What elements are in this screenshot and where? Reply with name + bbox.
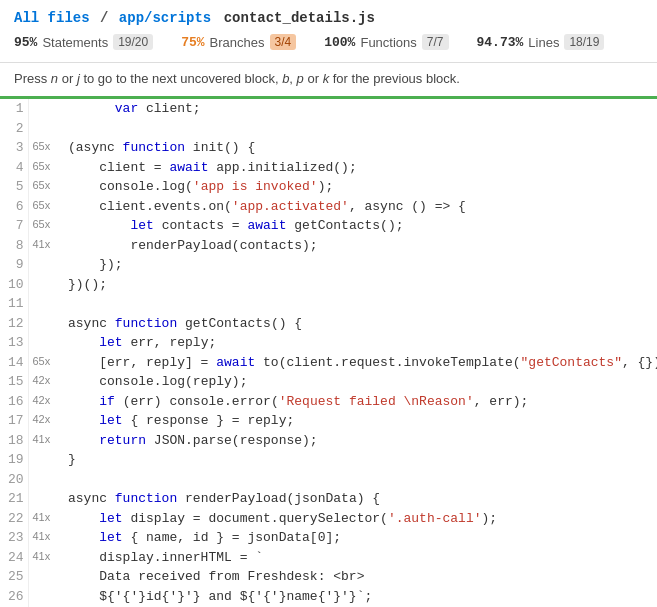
stat-label-functions: Functions <box>360 35 416 50</box>
line-num: 22 <box>0 509 28 529</box>
sep1: / <box>100 10 117 26</box>
line-num: 14 <box>0 353 28 373</box>
code-cell <box>64 470 657 490</box>
line-num: 20 <box>0 470 28 490</box>
table-row: 23 41x let { name, id } = jsonData[0]; <box>0 528 657 548</box>
line-num: 25 <box>0 567 28 587</box>
code-cell: let { response } = reply; <box>64 411 657 431</box>
table-row: 14 65x [err, reply] = await to(client.re… <box>0 353 657 373</box>
table-row: 11 <box>0 294 657 314</box>
table-row: 2 <box>0 119 657 139</box>
table-row: 1 var client; <box>0 99 657 119</box>
stat-label-branches: Branches <box>210 35 265 50</box>
hit-count <box>28 567 64 587</box>
table-row: 17 42x let { response } = reply; <box>0 411 657 431</box>
code-cell <box>64 294 657 314</box>
code-cell: } <box>64 450 657 470</box>
code-cell: async function renderPayload(jsonData) { <box>64 489 657 509</box>
line-num: 11 <box>0 294 28 314</box>
table-row: 9 }); <box>0 255 657 275</box>
stat-branches: 75% Branches 3/4 <box>181 34 296 50</box>
hit-count: 65x <box>28 216 64 236</box>
table-row: 6 65x client.events.on('app.activated', … <box>0 197 657 217</box>
hit-count <box>28 470 64 490</box>
code-cell: }); <box>64 255 657 275</box>
line-num: 23 <box>0 528 28 548</box>
line-num: 4 <box>0 158 28 178</box>
stats-row: 95% Statements 19/20 75% Branches 3/4 10… <box>14 34 643 50</box>
filename: contact_details.js <box>224 10 375 26</box>
table-row: 15 42x console.log(reply); <box>0 372 657 392</box>
hit-count <box>28 255 64 275</box>
hint-text: Press n or j to go to the next uncovered… <box>0 63 657 99</box>
hit-count <box>28 294 64 314</box>
code-cell: let display = document.querySelector('.a… <box>64 509 657 529</box>
code-cell: client.events.on('app.activated', async … <box>64 197 657 217</box>
table-row: 20 <box>0 470 657 490</box>
breadcrumb: All files / app/scripts contact_details.… <box>14 10 643 26</box>
stat-pct-functions: 100% <box>324 35 355 50</box>
line-num: 13 <box>0 333 28 353</box>
path-link[interactable]: app/scripts <box>119 10 211 26</box>
code-cell: let { name, id } = jsonData[0]; <box>64 528 657 548</box>
code-cell: display.innerHTML = ` <box>64 548 657 568</box>
code-cell: if (err) console.error('Request failed \… <box>64 392 657 412</box>
header: All files / app/scripts contact_details.… <box>0 0 657 99</box>
table-row: 3 65x (async function init() { <box>0 138 657 158</box>
line-num: 9 <box>0 255 28 275</box>
stat-label-statements: Statements <box>42 35 108 50</box>
code-cell: let contacts = await getContacts(); <box>64 216 657 236</box>
hit-count <box>28 489 64 509</box>
table-row: 19 } <box>0 450 657 470</box>
code-cell: var client; <box>64 99 657 119</box>
line-num: 6 <box>0 197 28 217</box>
stat-pct-branches: 75% <box>181 35 204 50</box>
code-cell: (async function init() { <box>64 138 657 158</box>
line-num: 5 <box>0 177 28 197</box>
line-num: 2 <box>0 119 28 139</box>
code-area: 1 var client; 2 3 65x (async function in… <box>0 99 657 607</box>
code-cell: renderPayload(contacts); <box>64 236 657 256</box>
hit-count: 41x <box>28 236 64 256</box>
stat-badge-branches: 3/4 <box>270 34 297 50</box>
stat-pct-lines: 94.73% <box>477 35 524 50</box>
code-cell: })(); <box>64 275 657 295</box>
hit-count: 41x <box>28 528 64 548</box>
hit-count: 41x <box>28 509 64 529</box>
table-row: 7 65x let contacts = await getContacts()… <box>0 216 657 236</box>
line-num: 17 <box>0 411 28 431</box>
table-row: 13 let err, reply; <box>0 333 657 353</box>
table-row: 8 41x renderPayload(contacts); <box>0 236 657 256</box>
code-cell: let err, reply; <box>64 333 657 353</box>
line-num: 26 <box>0 587 28 607</box>
all-files-link[interactable]: All files <box>14 10 90 26</box>
table-row: 21 async function renderPayload(jsonData… <box>0 489 657 509</box>
line-num: 8 <box>0 236 28 256</box>
line-num: 24 <box>0 548 28 568</box>
code-table: 1 var client; 2 3 65x (async function in… <box>0 99 657 607</box>
hit-count: 42x <box>28 411 64 431</box>
hit-count: 41x <box>28 431 64 451</box>
table-row: 16 42x if (err) console.error('Request f… <box>0 392 657 412</box>
stat-badge-statements: 19/20 <box>113 34 153 50</box>
code-cell: [err, reply] = await to(client.request.i… <box>64 353 657 373</box>
stat-badge-functions: 7/7 <box>422 34 449 50</box>
hit-count <box>28 275 64 295</box>
line-num: 16 <box>0 392 28 412</box>
hit-count: 42x <box>28 392 64 412</box>
hit-count: 41x <box>28 548 64 568</box>
line-num: 1 <box>0 99 28 119</box>
table-row: 5 65x console.log('app is invoked'); <box>0 177 657 197</box>
line-num: 18 <box>0 431 28 451</box>
code-cell: Data received from Freshdesk: <br> <box>64 567 657 587</box>
code-cell: async function getContacts() { <box>64 314 657 334</box>
table-row: 24 41x display.innerHTML = ` <box>0 548 657 568</box>
hit-count: 65x <box>28 138 64 158</box>
hit-count: 65x <box>28 158 64 178</box>
code-cell: console.log(reply); <box>64 372 657 392</box>
code-cell: console.log('app is invoked'); <box>64 177 657 197</box>
table-row: 22 41x let display = document.querySelec… <box>0 509 657 529</box>
stat-label-lines: Lines <box>528 35 559 50</box>
stat-pct-statements: 95% <box>14 35 37 50</box>
table-row: 12 async function getContacts() { <box>0 314 657 334</box>
